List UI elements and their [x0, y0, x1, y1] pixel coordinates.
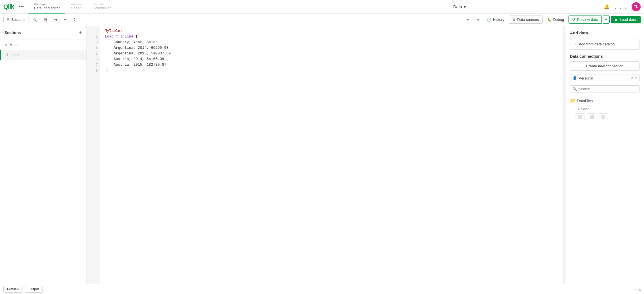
code-token: Argentina, 2015, 140037.89: [105, 51, 171, 56]
code-editor[interactable]: MyTable: Load * Inline [ Country, Year, …: [100, 26, 563, 284]
data-sources-button[interactable]: ⊕ Data sources: [509, 16, 543, 24]
help-icon: ?: [74, 17, 75, 22]
tab-narrate-bottom: Storytelling: [93, 6, 111, 10]
filter-clear-button[interactable]: ×: [631, 76, 634, 81]
outdent-button[interactable]: ⇤: [61, 16, 70, 23]
sidebar-item-label: Main: [10, 43, 82, 47]
tab-prepare-bottom: Data load editor: [34, 6, 60, 10]
toggle-lines-button[interactable]: ▤: [41, 16, 50, 23]
info-icon[interactable]: ℹ: [639, 287, 641, 291]
nav-dots-icon[interactable]: •••: [19, 4, 24, 10]
data-dropdown[interactable]: Data ▾: [453, 4, 466, 9]
load-data-button[interactable]: ▶ Load data: [611, 16, 641, 23]
subfolder-icon: |: [576, 107, 576, 111]
preview-caret-button[interactable]: ▾: [603, 16, 610, 24]
help-button[interactable]: ?: [71, 16, 78, 23]
search-input[interactable]: [579, 87, 637, 91]
line-num-3: 3: [94, 39, 100, 45]
code-token: Inline: [120, 34, 134, 39]
code-token: Country, Year, Sales: [105, 40, 157, 44]
vertical-resize-handle[interactable]: · · ·: [563, 26, 565, 284]
load-icon: ▶: [615, 17, 618, 22]
sections-toggle-button[interactable]: ⊞ Sections: [3, 16, 28, 23]
code-token: Austria, 2014, 54166.09: [105, 57, 164, 61]
undo-icon: ↩: [467, 17, 470, 22]
logo-text: Qlik: [3, 3, 14, 10]
load-label: Load data: [620, 17, 636, 22]
add-from-catalog-button[interactable]: + Add from data catalog: [570, 39, 639, 50]
add-catalog-label: Add from data catalog: [579, 42, 615, 46]
bottom-bar: Preview Output ═ ℹ: [0, 284, 644, 294]
tab-analyze-bottom: Sheet: [71, 6, 82, 10]
right-panel: Add data + Add from data catalog Data co…: [565, 26, 644, 284]
conn-icon-3[interactable]: ⬜: [599, 113, 608, 120]
avatar[interactable]: TL: [632, 2, 641, 11]
sidebar: Sections + ⠿ Main ⠿ Load 🗑: [0, 26, 87, 284]
sidebar-item-load[interactable]: ⠿ Load 🗑: [0, 50, 86, 60]
code-token: Load: [105, 34, 114, 39]
add-section-button[interactable]: +: [79, 29, 82, 36]
layout-icon: ⊞: [6, 17, 10, 22]
editor-area: 1 2 3 4 5 6 7 8 MyTable: Load * Inline […: [87, 26, 563, 284]
connection-filter: 👤 Personal × ▾: [570, 74, 639, 82]
code-line-4: Argentina, 2014, 66295.03: [105, 45, 558, 51]
code-line-8: ];: [105, 68, 558, 73]
resize-handle-h[interactable]: ═: [634, 287, 637, 291]
tab-prepare[interactable]: Prepare Data load editor: [28, 0, 65, 14]
sidebar-item-label: Load: [10, 53, 76, 57]
sidebar-item-main[interactable]: ⠿ Main: [0, 39, 86, 50]
bell-icon[interactable]: 🔔: [603, 4, 610, 10]
debug-icon: 🐛: [547, 17, 552, 22]
indent-button[interactable]: ⇥: [51, 16, 60, 23]
search-icon: 🔍: [572, 87, 577, 91]
drag-handle-icon: ⠿: [5, 52, 8, 57]
grid-icon[interactable]: ⋮⋮⋮: [613, 4, 628, 10]
folder-item[interactable]: | Folder: [570, 106, 639, 112]
filter-caret-button[interactable]: ▾: [635, 76, 637, 80]
preview-data-button[interactable]: ↺ Preview data: [569, 16, 602, 24]
line-num-8: 8: [94, 68, 100, 73]
datafiles-item[interactable]: 📁 DataFiles: [570, 96, 639, 106]
search-icon: 🔍: [32, 17, 37, 22]
undo-button[interactable]: ↩: [464, 16, 472, 23]
search-button[interactable]: 🔍: [30, 16, 40, 23]
conn-icon-1[interactable]: ⬜: [576, 113, 585, 120]
code-line-7: Austria, 2015, 182739.87: [105, 62, 558, 68]
tab-prepare-top: Prepare: [34, 3, 60, 6]
create-connection-button[interactable]: Create new connection: [570, 61, 639, 71]
plus-icon: +: [574, 41, 577, 47]
line-num-1: 1: [94, 28, 100, 34]
conn-icon-2[interactable]: ⬜: [587, 113, 596, 120]
tab-analyze-top: Analyze: [71, 3, 82, 6]
sidebar-title: Sections: [5, 30, 21, 35]
preview-tab-button[interactable]: Preview: [3, 286, 23, 293]
history-label: History: [493, 17, 504, 22]
connection-icons: ⬜ ⬜ ⬜: [570, 112, 639, 121]
debug-button[interactable]: 🐛 Debug: [544, 16, 567, 23]
folder-label: Folder: [578, 107, 589, 111]
tab-narrate[interactable]: Narrate Storytelling: [88, 0, 117, 14]
preview-icon: ↺: [572, 17, 575, 22]
caret-down-icon: ▾: [605, 17, 607, 22]
toolbar-right: ↩ ↪ 🕐 History ⊕ Data sources 🐛 Debug ↺ P…: [464, 16, 641, 24]
filter-value: Personal: [579, 76, 629, 80]
tab-analyze[interactable]: Analyze Sheet: [65, 0, 88, 14]
debug-label: Debug: [553, 17, 564, 22]
qlik-logo: Qlik: [3, 3, 14, 10]
code-line-3: Country, Year, Sales: [105, 39, 558, 45]
code-line-6: Austria, 2014, 54166.09: [105, 56, 558, 62]
indent-icon: ⇥: [54, 17, 57, 22]
redo-button[interactable]: ↪: [474, 16, 482, 23]
folder-icon: 📁: [570, 98, 576, 103]
code-token: *: [114, 34, 120, 39]
history-button[interactable]: 🕐 History: [483, 16, 508, 23]
preview-label: Preview data: [577, 17, 598, 22]
code-line-2: Load * Inline [: [105, 34, 558, 39]
sections-label: Sections: [11, 17, 25, 22]
data-connections-title: Data connections: [570, 54, 639, 59]
output-tab-button[interactable]: Output: [25, 286, 43, 293]
code-token: MyTable:: [105, 29, 122, 33]
nav-right: 🔔 ⋮⋮⋮ TL: [603, 2, 641, 11]
add-data-title: Add data: [570, 30, 639, 35]
toolbar: ⊞ Sections 🔍 ▤ ⇥ ⇤ ? ↩ ↪ 🕐 History ⊕ Dat…: [0, 14, 644, 26]
